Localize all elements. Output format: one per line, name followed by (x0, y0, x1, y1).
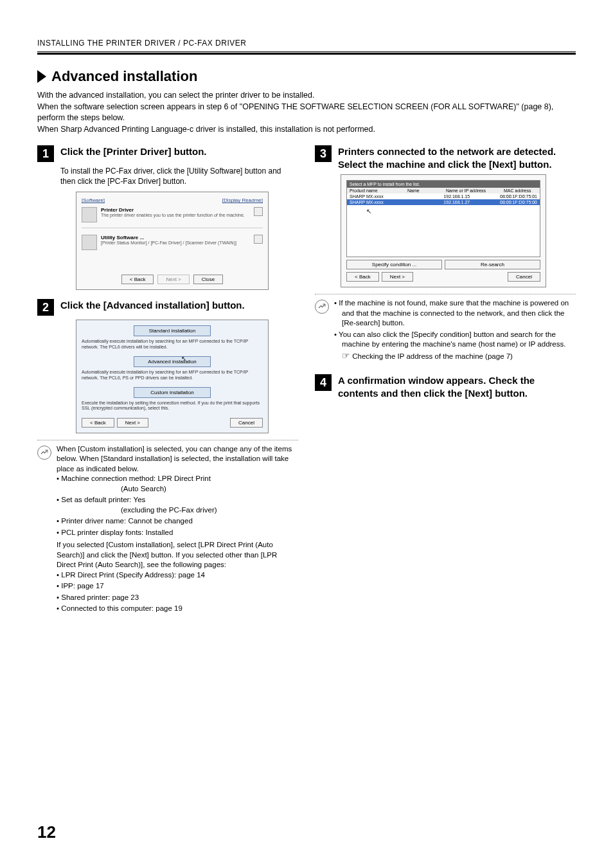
note-bullet: Shared printer: page 23 (57, 593, 298, 603)
printer-driver-desc: The printer driver enables you to use th… (101, 213, 250, 217)
step3-screenshot: Select a MFP to install from the list. P… (341, 174, 546, 287)
specify-condition-button[interactable]: Specify condition ... (346, 260, 442, 269)
close-button[interactable]: Close (193, 275, 223, 284)
note-bullet: PCL printer display fonts: Installed (57, 528, 298, 538)
printer-row-selected[interactable]: SHARP MX-xxxx 192.168.1.27 08:00:1F:D0:7… (347, 199, 540, 205)
note-bullet-sub: (Auto Search) (64, 484, 298, 494)
custom-installation-desc: Execute the installation by setting the … (82, 401, 263, 411)
next-button[interactable]: Next > (382, 272, 413, 282)
utility-software-title: Utility Software ... (101, 235, 250, 240)
next-button[interactable]: Next > (117, 418, 148, 428)
pointing-hand-icon: ☞ (342, 350, 350, 361)
col-mac-address: MAC address (504, 188, 531, 193)
step-number-3: 3 (315, 145, 332, 162)
step2-screenshot: Standard installation Automatically exec… (76, 320, 269, 433)
intro-paragraph: With the advanced installation, you can … (37, 90, 576, 135)
note-bullet-sub: (excluding the PC-Fax driver) (64, 505, 298, 516)
page-number: 12 (37, 822, 56, 842)
note-bullet: Connected to this computer: page 19 (57, 604, 298, 614)
research-button[interactable]: Re-search (445, 260, 540, 269)
step2-note: When [Custom installation] is selected, … (37, 444, 298, 615)
printer-driver-title: Printer Driver (101, 207, 250, 213)
advanced-installation-button[interactable]: Advanced installation (134, 356, 211, 367)
back-button[interactable]: < Back (121, 275, 154, 284)
dotted-separator (315, 294, 576, 294)
standard-installation-desc: Automatically execute installation by se… (82, 339, 263, 350)
step1-subtext: To install the PC-Fax driver, click the … (60, 166, 298, 186)
left-column: 1 Click the [Printer Driver] button. To … (37, 145, 298, 615)
software-link[interactable]: [Software] (82, 197, 105, 203)
next-button[interactable]: Next > (157, 275, 189, 284)
note-bullet: If the machine is not found, make sure t… (334, 298, 576, 329)
cell-mac: 08:00:1F:D0:75:00 (500, 200, 537, 204)
step1-screenshot: [Software] [Display Readme] Printer Driv… (76, 192, 269, 290)
cell-mac: 08:00:1F:D0:75:01 (500, 194, 537, 199)
cell-product: SHARP MX-xxxx (350, 200, 393, 204)
cancel-button[interactable]: Cancel (508, 272, 540, 282)
note-bullet: Set as default printer: Yes (61, 496, 145, 503)
utility-software-arrow-icon[interactable] (254, 235, 263, 244)
note-bullet: Printer driver name: Cannot be changed (57, 516, 298, 527)
step1-title: Click the [Printer Driver] button. (60, 145, 207, 158)
standard-installation-button[interactable]: Standard installation (134, 325, 211, 336)
cell-ip: 192.168.1.27 (443, 200, 487, 204)
step-number-1: 1 (37, 145, 54, 162)
note-text: If you selected [Custom installation], s… (57, 540, 298, 570)
step3-note: If the machine is not found, make sure t… (315, 298, 576, 363)
note-icon (315, 300, 329, 314)
printer-list-panel: Select a MFP to install from the list. P… (346, 180, 540, 257)
note-icon (37, 446, 51, 460)
step-number-2: 2 (37, 299, 54, 316)
utility-software-desc: [Printer Status Monitor] / [PC-Fax Drive… (101, 240, 250, 245)
cell-ip: 192.168.1.15 (443, 194, 487, 199)
note-text: When [Custom installation] is selected, … (57, 444, 298, 475)
printer-driver-icon (82, 207, 97, 222)
utility-software-icon (82, 235, 97, 250)
back-button[interactable]: < Back (82, 418, 114, 428)
running-header: INSTALLING THE PRINTER DRIVER / PC-FAX D… (37, 39, 576, 51)
intro-line: When the software selection screen appea… (37, 102, 576, 124)
right-column: 3 Printers connected to the network are … (315, 145, 576, 615)
display-readme-link[interactable]: [Display Readme] (222, 197, 263, 203)
back-button[interactable]: < Back (346, 272, 379, 282)
dotted-separator (37, 440, 298, 440)
printer-row[interactable]: SHARP MX-xxxx 192.168.1.15 08:00:1F:D0:7… (347, 194, 540, 199)
note-bullet: Machine connection method: LPR Direct Pr… (61, 475, 211, 482)
step3-title: Printers connected to the network are de… (338, 145, 576, 170)
step-number-4: 4 (315, 374, 332, 391)
col-ip-address: Name or IP address (446, 188, 491, 193)
section-title: Advanced installation (37, 68, 576, 85)
note-bullet: IPP: page 17 (57, 581, 298, 592)
note-bullet: You can also click the [Specify conditio… (339, 330, 565, 348)
section-title-text: Advanced installation (51, 68, 197, 85)
col-name: Name (407, 188, 433, 193)
intro-line: With the advanced installation, you can … (37, 90, 576, 102)
printer-driver-arrow-icon[interactable] (254, 207, 263, 216)
note-bullet: LPR Direct Print (Specify Address): page… (57, 570, 298, 581)
step4-title: A confirmation window appears. Check the… (338, 374, 576, 399)
cell-product: SHARP MX-xxxx (350, 194, 393, 199)
advanced-installation-desc: Automatically execute installation by se… (82, 370, 263, 381)
col-product-name: Product name (350, 188, 395, 193)
intro-line: When Sharp Advanced Printing Language-c … (37, 124, 576, 136)
list-column-headers: Product name Name Name or IP address MAC… (347, 188, 540, 194)
cursor-icon: ↖ (366, 208, 371, 215)
header-rule (37, 51, 576, 54)
panel-header: Select a MFP to install from the list. (347, 181, 540, 188)
step2-title: Click the [Advanced installation] button… (60, 299, 245, 312)
cancel-button[interactable]: Cancel (230, 418, 263, 428)
note-link: Checking the IP address of the machine (… (352, 352, 513, 360)
triangle-icon (37, 70, 46, 83)
custom-installation-button[interactable]: Custom installation (134, 387, 211, 398)
